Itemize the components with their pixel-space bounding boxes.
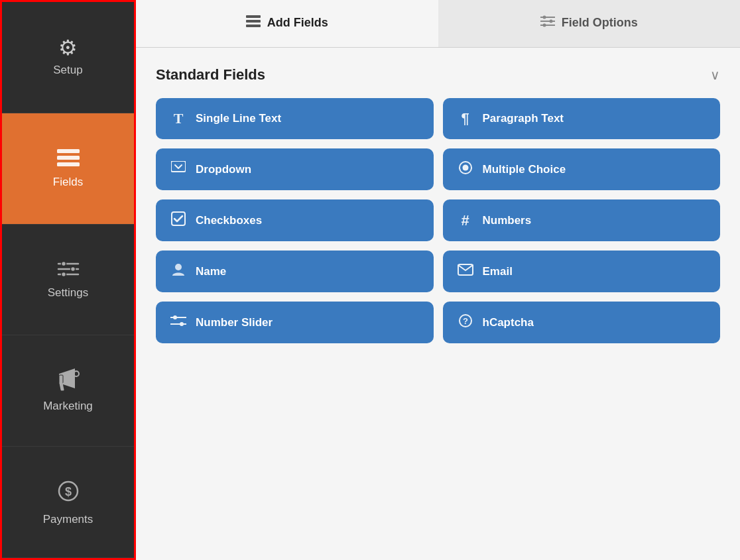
gear-icon: ⚙ xyxy=(58,37,78,58)
field-button-multiple-choice[interactable]: Multiple Choice xyxy=(443,148,721,190)
sidebar-item-label-payments: Payments xyxy=(43,513,93,526)
svg-point-20 xyxy=(542,15,546,19)
sidebar-item-label-fields: Fields xyxy=(53,176,83,189)
tab-add-fields-label: Add Fields xyxy=(267,16,328,30)
main-content: Add Fields Field Options Standard Fields… xyxy=(136,0,740,560)
sidebar-item-settings[interactable]: Settings xyxy=(2,225,134,336)
standard-fields-header: Standard Fields ∨ xyxy=(156,66,720,84)
dropdown-icon xyxy=(170,161,186,178)
sidebar: ⚙ Setup Fields Settings xyxy=(0,0,136,560)
field-label-multiple-choice: Multiple Choice xyxy=(483,163,566,176)
tab-field-options-label: Field Options xyxy=(562,16,638,30)
svg-rect-2 xyxy=(57,162,80,166)
dollar-icon: $ xyxy=(57,478,80,508)
svg-rect-18 xyxy=(246,25,261,27)
field-label-email: Email xyxy=(483,265,513,278)
multiple-choice-icon xyxy=(458,160,473,178)
megaphone-icon xyxy=(56,368,80,394)
field-label-name: Name xyxy=(196,265,226,278)
number-slider-icon xyxy=(170,315,186,330)
field-button-paragraph-text[interactable]: ¶ Paragraph Text xyxy=(443,98,721,139)
svg-line-12 xyxy=(60,383,62,390)
sidebar-item-label-setup: Setup xyxy=(53,64,82,77)
svg-point-27 xyxy=(462,165,468,171)
field-button-email[interactable]: Email xyxy=(443,251,721,292)
svg-rect-16 xyxy=(246,15,261,18)
field-label-paragraph-text: Paragraph Text xyxy=(483,112,564,125)
svg-point-34 xyxy=(180,322,184,326)
sidebar-item-fields[interactable]: Fields xyxy=(2,113,134,225)
svg-point-32 xyxy=(173,315,177,319)
fields-area: Standard Fields ∨ T Single Line Text ¶ P… xyxy=(136,48,740,560)
checkboxes-icon xyxy=(170,211,186,229)
paragraph-text-icon: ¶ xyxy=(458,110,473,127)
sidebar-item-label-settings: Settings xyxy=(48,286,88,300)
fields-icon xyxy=(56,148,80,170)
svg-point-4 xyxy=(61,261,66,266)
field-button-checkboxes[interactable]: Checkboxes xyxy=(156,199,434,241)
svg-point-24 xyxy=(542,23,546,27)
field-options-tab-icon xyxy=(540,15,555,30)
field-label-single-line-text: Single Line Text xyxy=(196,112,281,125)
field-button-single-line-text[interactable]: T Single Line Text xyxy=(156,98,434,139)
hcaptcha-icon: ? xyxy=(458,313,473,331)
name-icon xyxy=(170,262,186,280)
tab-bar: Add Fields Field Options xyxy=(136,0,740,48)
numbers-icon: # xyxy=(458,212,473,229)
svg-rect-1 xyxy=(57,156,80,160)
sidebar-item-label-marketing: Marketing xyxy=(43,400,93,413)
fields-grid: T Single Line Text ¶ Paragraph Text Drop… xyxy=(156,98,720,343)
svg-point-22 xyxy=(549,19,552,23)
field-button-name[interactable]: Name xyxy=(156,251,434,292)
svg-point-29 xyxy=(175,264,182,270)
settings-icon xyxy=(57,260,80,281)
tab-field-options[interactable]: Field Options xyxy=(438,0,741,47)
svg-point-8 xyxy=(61,272,66,276)
svg-point-6 xyxy=(70,266,75,271)
field-label-hcaptcha: hCaptcha xyxy=(483,316,534,329)
field-label-number-slider: Number Slider xyxy=(196,316,273,329)
svg-rect-0 xyxy=(57,149,80,153)
field-label-numbers: Numbers xyxy=(483,214,532,227)
email-icon xyxy=(458,264,473,279)
sidebar-item-payments[interactable]: $ Payments xyxy=(2,447,134,558)
field-button-numbers[interactable]: # Numbers xyxy=(443,199,721,241)
svg-rect-10 xyxy=(59,375,63,383)
field-label-checkboxes: Checkboxes xyxy=(196,214,262,227)
svg-rect-17 xyxy=(246,20,261,23)
standard-fields-title: Standard Fields xyxy=(156,66,265,84)
svg-text:?: ? xyxy=(463,316,468,326)
svg-rect-25 xyxy=(171,161,186,172)
tab-add-fields[interactable]: Add Fields xyxy=(136,0,438,47)
single-line-text-icon: T xyxy=(170,110,186,127)
add-fields-tab-icon xyxy=(246,15,261,30)
svg-text:$: $ xyxy=(64,485,71,498)
field-button-hcaptcha[interactable]: ? hCaptcha xyxy=(443,302,721,343)
sidebar-item-marketing[interactable]: Marketing xyxy=(2,335,134,447)
chevron-down-icon[interactable]: ∨ xyxy=(710,67,720,83)
field-button-dropdown[interactable]: Dropdown xyxy=(156,148,434,190)
sidebar-item-setup[interactable]: ⚙ Setup xyxy=(2,2,134,113)
field-button-number-slider[interactable]: Number Slider xyxy=(156,302,434,343)
field-label-dropdown: Dropdown xyxy=(196,163,251,176)
